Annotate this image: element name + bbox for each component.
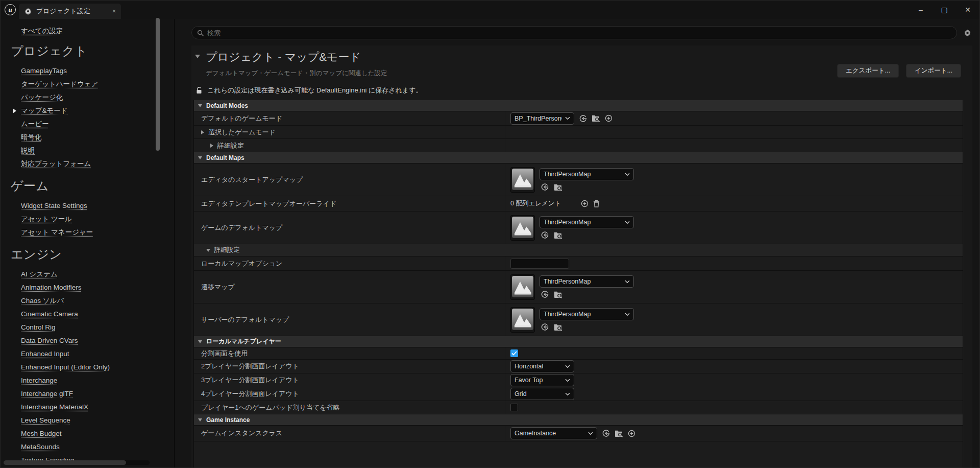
add-new-icon[interactable] [605, 114, 612, 122]
sidebar-item-label[interactable]: MetaSounds [21, 443, 60, 451]
sidebar-item-label[interactable]: Interchange [21, 377, 57, 384]
browse-icon[interactable] [615, 430, 623, 437]
sidebar-item-label[interactable]: Enhanced Input (Editor Only) [21, 363, 110, 371]
sidebar-item-label[interactable]: Interchange MaterialX [21, 403, 88, 411]
add-new-icon[interactable] [581, 200, 589, 207]
sidebar-item[interactable]: GameplayTags [1, 64, 154, 78]
sidebar-item-label[interactable]: Data Driven CVars [21, 337, 78, 344]
dropdown[interactable]: ThirdPersonMap [540, 216, 634, 228]
sidebar-item[interactable]: Level Sequence [1, 414, 154, 427]
section-header[interactable]: Game Instance [194, 414, 963, 426]
sidebar-item[interactable]: アセット ツール [1, 213, 154, 226]
sidebar-item[interactable]: AI システム [1, 268, 154, 281]
sidebar-horizontal-scrollbar[interactable] [4, 460, 150, 465]
sidebar-item[interactable]: Enhanced Input [1, 347, 154, 361]
use-selected-icon[interactable] [541, 231, 549, 239]
use-selected-icon[interactable] [541, 290, 549, 298]
sidebar-item[interactable]: Chaos ソルバ [1, 294, 154, 308]
sidebar-item[interactable]: 説明 [1, 144, 154, 157]
browse-icon[interactable] [554, 183, 562, 191]
checkbox[interactable] [510, 404, 518, 411]
gear-icon[interactable] [962, 29, 972, 37]
dropdown[interactable]: BP_ThirdPersonGa [510, 112, 574, 125]
expand-row-icon[interactable] [201, 130, 204, 134]
dropdown[interactable]: ThirdPersonMap [540, 168, 634, 180]
sidebar-item-label[interactable]: アセット マネージャー [21, 228, 93, 236]
sidebar-item-label[interactable]: AI システム [21, 270, 58, 278]
delete-icon[interactable] [593, 200, 600, 207]
minimize-button[interactable]: – [909, 1, 933, 19]
section-header[interactable]: Default Modes [194, 100, 963, 111]
expand-row-icon[interactable] [210, 144, 213, 148]
sidebar-item[interactable]: Control Rig [1, 321, 154, 334]
sidebar-item[interactable]: MetaSounds [1, 440, 154, 454]
sidebar-item-label[interactable]: Cinematic Camera [21, 310, 78, 318]
browse-icon[interactable] [554, 323, 562, 331]
use-selected-icon[interactable] [602, 429, 610, 437]
sidebar-item-label[interactable]: ムービー [21, 120, 49, 128]
sidebar-item[interactable]: Animation Modifiers [1, 281, 154, 294]
sidebar-item[interactable]: Mesh Budget [1, 427, 154, 440]
sidebar-item-label[interactable]: Chaos ソルバ [21, 297, 64, 305]
asset-thumbnail[interactable] [510, 307, 535, 333]
search-input[interactable] [207, 29, 951, 37]
sidebar-item-label[interactable]: Level Sequence [21, 416, 70, 424]
add-new-icon[interactable] [628, 430, 635, 437]
dropdown[interactable]: Grid [510, 388, 574, 400]
sidebar-item-label[interactable]: アセット ツール [21, 215, 72, 223]
browse-icon[interactable] [554, 290, 562, 298]
checkbox[interactable] [510, 349, 518, 357]
section-header[interactable]: Default Maps [194, 152, 963, 163]
tab-project-settings[interactable]: プロジェクト設定 × [19, 4, 121, 19]
advanced-subsection-header[interactable]: 詳細設定 [194, 244, 963, 256]
use-selected-icon[interactable] [541, 323, 549, 331]
sidebar-item-label[interactable]: Enhanced Input [21, 350, 69, 358]
import-button[interactable]: インポート... [906, 64, 961, 78]
sidebar-item-label[interactable]: GameplayTags [21, 67, 67, 75]
sidebar-vertical-scrollbar[interactable] [156, 18, 160, 151]
text-value-input[interactable] [510, 259, 569, 269]
sidebar-item[interactable]: Enhanced Input (Editor Only) [1, 361, 154, 374]
sidebar-item-label[interactable]: Widget State Settings [21, 202, 87, 209]
sidebar-item[interactable]: Cinematic Camera [1, 308, 154, 321]
sidebar-item-label[interactable]: マップ&モード [21, 107, 68, 114]
sidebar-item[interactable]: アセット マネージャー [1, 226, 154, 239]
sidebar-item-label[interactable]: 暗号化 [21, 133, 42, 141]
maximize-button[interactable]: ▢ [933, 1, 956, 19]
use-selected-icon[interactable] [541, 183, 549, 191]
sidebar-item[interactable]: パッケージ化 [1, 91, 154, 104]
sidebar-item[interactable]: ターゲットハードウェア [1, 78, 154, 91]
export-button[interactable]: エクスポート... [837, 64, 899, 78]
sidebar-item-label[interactable]: Control Rig [21, 323, 56, 331]
collapse-page-icon[interactable] [195, 55, 200, 58]
sidebar-item-label[interactable]: 説明 [21, 147, 35, 154]
asset-thumbnail[interactable] [510, 167, 535, 193]
sidebar-item[interactable]: Data Driven CVars [1, 334, 154, 347]
browse-icon[interactable] [592, 114, 600, 122]
sidebar-item[interactable]: 対応プラットフォーム [1, 157, 154, 171]
dropdown[interactable]: GameInstance [510, 427, 597, 439]
sidebar-item[interactable]: Interchange MaterialX [1, 401, 154, 414]
tab-close-icon[interactable]: × [112, 8, 116, 15]
sidebar-item-label[interactable]: ターゲットハードウェア [21, 80, 98, 88]
dropdown[interactable]: ThirdPersonMap [540, 275, 634, 288]
sidebar-all-settings-link[interactable]: すべての設定 [21, 27, 63, 36]
sidebar-item-label[interactable]: 対応プラットフォーム [21, 160, 91, 168]
sidebar-item[interactable]: 暗号化 [1, 131, 154, 144]
dropdown[interactable]: ThirdPersonMap [540, 308, 634, 320]
close-button[interactable]: ✕ [956, 1, 979, 19]
sidebar-item-label[interactable]: パッケージ化 [21, 93, 63, 101]
sidebar-item[interactable]: Interchange [1, 374, 154, 387]
sidebar-item-label[interactable]: Animation Modifiers [21, 284, 82, 291]
sidebar-item-label[interactable]: Interchange glTF [21, 390, 73, 397]
sidebar-item[interactable]: ムービー [1, 118, 154, 131]
sidebar-item[interactable]: マップ&モード [1, 104, 154, 118]
sidebar-item[interactable]: Widget State Settings [1, 199, 154, 213]
sidebar-item[interactable]: Interchange glTF [1, 387, 154, 401]
section-header[interactable]: ローカルマルチプレイヤー [194, 336, 963, 347]
browse-icon[interactable] [554, 231, 562, 239]
dropdown[interactable]: Favor Top [510, 374, 574, 386]
sidebar-item-label[interactable]: Mesh Budget [21, 430, 62, 437]
asset-thumbnail[interactable] [510, 274, 535, 300]
dropdown[interactable]: Horizontal [510, 360, 574, 372]
